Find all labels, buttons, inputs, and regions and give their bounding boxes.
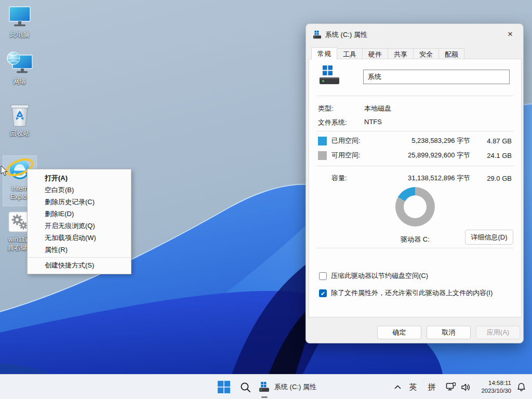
desktop-icon-recycle-bin[interactable]: 回收站 [3, 103, 36, 138]
taskbar: 系统 (C:) 属性 英 拼 14:58:11 2023/10/30 [0, 374, 532, 399]
tray-date: 2023/10/30 [481, 387, 511, 395]
free-size: 24.1 GB [470, 152, 512, 159]
windows-logo-icon [218, 381, 230, 393]
desktop-icon-network[interactable]: 网络 [3, 51, 36, 86]
ime-pinyin-indicator[interactable]: 拼 [425, 375, 438, 399]
free-space-row: 可用空间: 25,899,929,600 字节 24.1 GB [318, 151, 512, 160]
free-bytes: 25,899,929,600 字节 [378, 151, 470, 160]
index-checkbox-label: 除了文件属性外，还允许索引此驱动器上文件的内容(I) [331, 288, 493, 298]
cancel-button[interactable]: 取消 [427, 326, 471, 339]
menu-item-delete-history[interactable]: 删除历史记录(C) [28, 196, 131, 208]
search-button[interactable] [237, 375, 254, 399]
menu-item-delete-ie[interactable]: 删除IE(D) [28, 208, 131, 220]
separator [317, 96, 513, 96]
dialog-tabs: 常规 工具 硬件 共享 安全 配额 [311, 47, 464, 59]
used-size: 4.87 GB [470, 137, 512, 145]
drive-icon-small [259, 382, 270, 392]
dialog-buttons: 确定 取消 应用(A) [306, 326, 523, 339]
compress-checkbox-row[interactable]: 压缩此驱动器以节约磁盘空间(C) [319, 271, 428, 281]
ok-button[interactable]: 确定 [377, 326, 421, 339]
type-value: 本地磁盘 [364, 104, 391, 113]
menu-item-inprivate[interactable]: 开启无痕浏览(Q) [28, 220, 131, 232]
type-row: 类型:本地磁盘 [318, 104, 334, 113]
speaker-icon [461, 383, 471, 392]
network-icon [3, 51, 36, 76]
clock[interactable]: 14:58:11 2023/10/30 [470, 375, 511, 399]
ie-context-menu: 打开(A) 空白页(B) 删除历史记录(C) 删除IE(D) 开启无痕浏览(Q)… [27, 169, 131, 274]
ethernet-network-icon [446, 382, 456, 392]
running-app-indicator [261, 396, 268, 398]
menu-separator [28, 257, 130, 258]
start-button[interactable] [215, 375, 233, 399]
tab-sharing[interactable]: 共享 [388, 48, 414, 59]
drive-icon-small [313, 31, 322, 39]
search-icon [240, 382, 251, 393]
tab-tools[interactable]: 工具 [337, 48, 363, 59]
used-space-swatch [318, 137, 327, 145]
bell-icon [517, 382, 526, 392]
tab-security[interactable]: 安全 [414, 48, 439, 59]
used-bytes: 5,238,583,296 字节 [378, 136, 470, 145]
separator [317, 248, 513, 248]
chevron-up-icon [394, 385, 401, 389]
apply-button[interactable]: 应用(A) [476, 326, 520, 339]
disk-usage-donut [395, 187, 435, 227]
menu-item-open[interactable]: 打开(A) [28, 172, 131, 184]
separator [317, 131, 513, 131]
ime-language-indicator[interactable]: 英 [406, 375, 420, 399]
network-tray-button[interactable] [444, 375, 458, 399]
menu-item-blank-page[interactable]: 空白页(B) [28, 184, 131, 196]
desktop-icon-this-pc[interactable]: 此电脑 [3, 4, 36, 39]
used-space-row: 已用空间: 5,238,583,296 字节 4.87 GB [318, 136, 512, 145]
dialog-title: 系统 (C:) 属性 [325, 30, 367, 39]
close-icon[interactable]: × [504, 29, 516, 40]
separator [317, 166, 513, 166]
index-checkbox[interactable]: ✔ [319, 289, 327, 297]
taskbar-app-label: 系统 (C:) 属性 [274, 382, 316, 392]
capacity-row: 容量: 31,138,512,896 字节 29.0 GB [318, 174, 512, 183]
dialog-titlebar[interactable]: 系统 (C:) 属性 × [306, 24, 523, 47]
icon-label: 此电脑 [3, 31, 36, 39]
free-space-swatch [318, 151, 327, 160]
tab-hardware[interactable]: 硬件 [363, 48, 388, 59]
this-pc-icon [3, 4, 36, 29]
menu-item-create-shortcut[interactable]: 创建快捷方式(S) [28, 259, 131, 271]
index-checkbox-row[interactable]: ✔ 除了文件属性外，还允许索引此驱动器上文件的内容(I) [319, 288, 493, 298]
filesystem-value: NTFS [364, 118, 382, 126]
tab-general[interactable]: 常规 [311, 47, 337, 60]
compress-checkbox[interactable] [319, 272, 327, 280]
filesystem-row: 文件系统:NTFS [318, 118, 347, 127]
general-tab-page: 类型:本地磁盘 文件系统:NTFS 已用空间: 5,238,583,296 字节… [309, 59, 522, 317]
details-button[interactable]: 详细信息(D) [465, 230, 513, 245]
icon-label: 回收站 [3, 129, 36, 138]
taskbar-app-properties[interactable]: 系统 (C:) 属性 [259, 375, 316, 399]
menu-item-no-addons[interactable]: 无加载项启动(W) [28, 232, 131, 244]
icon-label: 网络 [3, 77, 36, 86]
drive-properties-dialog: 系统 (C:) 属性 × 常规 工具 硬件 共享 安全 配额 类型:本地磁盘 文… [305, 23, 524, 343]
volume-name-input[interactable] [363, 70, 510, 84]
recycle-bin-icon [3, 103, 36, 128]
tray-overflow-chevron[interactable] [391, 375, 404, 399]
capacity-bytes: 31,138,512,896 字节 [378, 174, 470, 183]
notifications-button[interactable] [513, 375, 529, 399]
mouse-cursor [1, 165, 8, 177]
tray-time: 14:58:11 [481, 379, 511, 387]
tab-quota[interactable]: 配额 [439, 48, 464, 59]
compress-checkbox-label: 压缩此驱动器以节约磁盘空间(C) [331, 271, 428, 281]
menu-item-properties[interactable]: 属性(R) [28, 244, 131, 256]
capacity-size: 29.0 GB [470, 175, 512, 182]
drive-icon-large [318, 65, 340, 85]
